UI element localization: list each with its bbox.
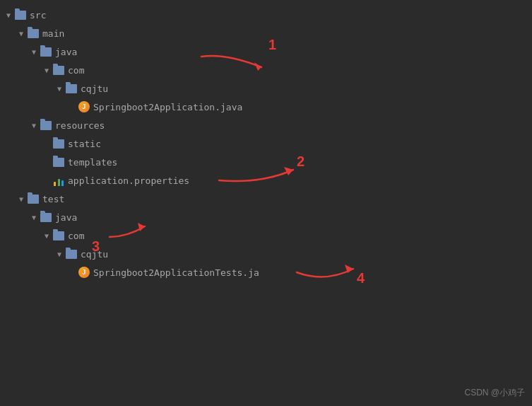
icon-test-com	[52, 229, 65, 242]
chevron-Springboot2ApplicationTests	[66, 267, 78, 278]
label-Springboot2Application: Springboot2Application.java	[93, 102, 242, 112]
icon-test	[27, 192, 40, 205]
chevron-test-com: ▼	[41, 230, 52, 241]
chevron-cqjtu: ▼	[54, 83, 65, 94]
label-test-java: java	[55, 212, 77, 223]
tree-item-java[interactable]: ▼java	[0, 42, 532, 61]
watermark: CSDN @小鸡子	[464, 387, 525, 399]
tree-item-application[interactable]: application.properties	[0, 171, 532, 190]
chevron-src: ▼	[3, 9, 14, 21]
tree-item-static[interactable]: static	[0, 134, 532, 153]
icon-src	[14, 8, 27, 21]
chevron-Springboot2Application	[66, 101, 78, 112]
label-test-cqjtu: cqjtu	[81, 249, 108, 260]
icon-Springboot2Application: J	[78, 100, 90, 113]
tree-item-resources[interactable]: ▼resources	[0, 116, 532, 134]
tree-item-test-java[interactable]: ▼java	[0, 208, 532, 226]
tree-item-src[interactable]: ▼src	[0, 6, 532, 24]
label-src: src	[30, 10, 46, 21]
chevron-test-java: ▼	[28, 211, 40, 223]
chevron-java: ▼	[28, 46, 40, 57]
icon-com	[52, 64, 65, 76]
tree-item-Springboot2ApplicationTests[interactable]: JSpringboot2ApplicationTests.ja	[0, 263, 532, 282]
label-test: test	[42, 194, 64, 204]
icon-resources	[40, 119, 52, 132]
chevron-test-cqjtu: ▼	[54, 248, 65, 260]
tree-item-cqjtu[interactable]: ▼cqjtu	[0, 79, 532, 98]
label-java: java	[55, 47, 77, 57]
chevron-static	[41, 138, 52, 149]
label-cqjtu: cqjtu	[81, 83, 108, 94]
tree-item-com[interactable]: ▼com	[0, 61, 532, 79]
label-templates: templates	[68, 157, 117, 168]
label-main: main	[42, 28, 64, 39]
icon-static	[52, 137, 65, 150]
icon-test-cqjtu	[65, 248, 78, 260]
icon-main	[27, 27, 40, 40]
chevron-application	[41, 175, 52, 186]
tree-item-test-cqjtu[interactable]: ▼cqjtu	[0, 245, 532, 263]
chevron-templates	[41, 156, 52, 168]
icon-test-java	[40, 211, 52, 224]
label-application: application.properties	[68, 175, 189, 186]
icon-java	[40, 45, 52, 58]
chevron-resources: ▼	[28, 120, 40, 131]
tree-item-templates[interactable]: templates	[0, 153, 532, 171]
label-static: static	[68, 139, 101, 149]
label-test-com: com	[68, 231, 84, 241]
file-tree: ▼src▼main▼java▼com▼cqjtuJSpringboot2Appl…	[0, 0, 532, 406]
chevron-main: ▼	[16, 28, 27, 39]
icon-templates	[52, 156, 65, 168]
tree-item-main[interactable]: ▼main	[0, 24, 532, 42]
icon-application	[52, 174, 65, 187]
icon-cqjtu	[65, 82, 78, 95]
label-com: com	[68, 65, 84, 76]
tree-item-test-com[interactable]: ▼com	[0, 226, 532, 245]
chevron-test: ▼	[16, 193, 27, 204]
tree-item-Springboot2Application[interactable]: JSpringboot2Application.java	[0, 98, 532, 116]
chevron-com: ▼	[41, 64, 52, 76]
icon-Springboot2ApplicationTests: J	[78, 266, 90, 279]
tree-item-test[interactable]: ▼test	[0, 190, 532, 208]
label-Springboot2ApplicationTests: Springboot2ApplicationTests.ja	[93, 267, 259, 278]
label-resources: resources	[55, 120, 105, 131]
